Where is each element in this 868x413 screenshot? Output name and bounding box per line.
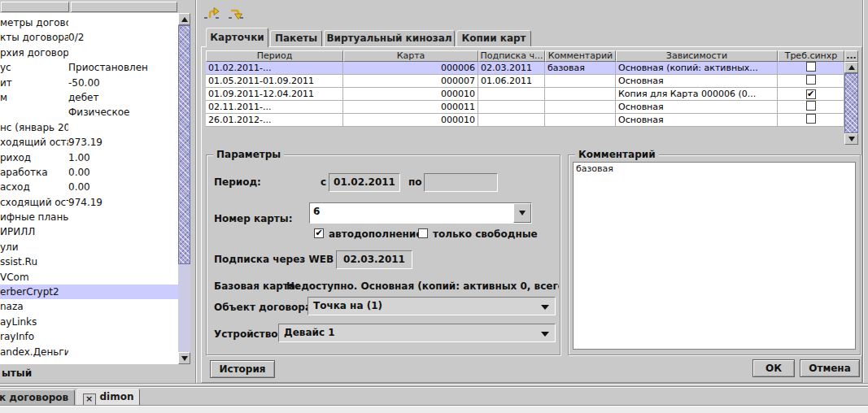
list-item[interactable]: кты договора0/2 <box>0 30 178 45</box>
list-item-label: риход <box>0 150 68 165</box>
free-only-label: только свободные <box>433 228 538 240</box>
list-item[interactable]: naza <box>0 299 178 314</box>
list-item[interactable]: ayLinks <box>0 315 178 329</box>
dropdown-arrow-icon <box>519 211 526 215</box>
parameters-group-title: Параметры <box>213 149 284 160</box>
scrollbar-track[interactable] <box>178 264 190 352</box>
list-item[interactable]: ИРИЛЛ <box>0 224 178 239</box>
cancel-button[interactable]: Отмена <box>800 359 860 377</box>
card-number-combobox[interactable]: 6 <box>309 202 532 224</box>
column-header-dependencies[interactable]: Зависимости <box>616 50 778 62</box>
cell-subscription <box>478 101 545 114</box>
list-item[interactable]: ифные планы <box>0 210 178 224</box>
list-item[interactable]: ули <box>0 240 178 254</box>
scrollbar-thumb[interactable] <box>178 25 190 264</box>
cell-dependencies: Копия для Карта 000006 (0... <box>616 88 778 101</box>
contract-object-combobox[interactable]: Точка на (1) <box>308 297 556 315</box>
document-tabbar: ск договоров ×dimon <box>0 388 868 405</box>
history-button[interactable]: История <box>210 360 275 378</box>
left-status-label: ытый <box>2 367 189 380</box>
move-down-button[interactable] <box>229 7 245 21</box>
list-item[interactable]: ит-50.00 <box>0 76 178 90</box>
list-item[interactable]: andex.Деньги <box>0 345 178 359</box>
scroll-down-button[interactable] <box>178 352 190 364</box>
curved-arrow-down-icon <box>229 7 245 21</box>
period-from-label: с <box>321 176 326 188</box>
scroll-up-button[interactable] <box>844 62 858 73</box>
table-row[interactable]: 01.02.2011-... 000006 02.03.2011 базовая… <box>206 62 844 75</box>
tab-label: Копии карт <box>461 33 526 44</box>
list-item-label: асход <box>0 180 68 194</box>
list-item[interactable]: рхия договор <box>0 46 178 60</box>
tab-virtual-cinema[interactable]: Виртуальный кинозал <box>324 30 455 46</box>
tab-contract-search[interactable]: ск договоров <box>0 389 75 405</box>
list-item[interactable]: rayInfo <box>0 329 178 344</box>
web-subscription-field[interactable]: 02.03.2011 <box>336 250 412 269</box>
app-window: метры догово кты договора0/2 рхия догово… <box>0 0 868 413</box>
list-item[interactable]: аработка0.00 <box>0 165 178 180</box>
table-row[interactable]: 01.09.2011-12.04.2011 000010 Копия для К… <box>206 88 844 101</box>
list-item[interactable]: ухгалтерия <box>0 359 178 364</box>
list-item[interactable]: усПриостановлен <box>0 60 178 75</box>
tab-dimon[interactable]: ×dimon <box>76 389 140 405</box>
move-up-button[interactable] <box>204 7 220 21</box>
table-row[interactable]: 02.11.2011-... 000011 Основная <box>206 101 844 114</box>
column-config-button[interactable]: ... <box>844 50 858 62</box>
list-item-label: ули <box>0 240 68 254</box>
list-item-label: ит <box>0 76 68 90</box>
autocomplete-checkbox[interactable]: ✔ <box>314 228 324 238</box>
list-item[interactable]: VCom <box>0 270 178 285</box>
sync-checkbox[interactable] <box>806 114 816 124</box>
card-number-value: 6 <box>313 206 320 217</box>
list-item-label: кты договора <box>0 30 68 45</box>
list-item-selected[interactable]: erberCrypt2 <box>0 285 178 299</box>
scroll-down-button[interactable] <box>844 133 858 145</box>
list-item[interactable]: асход0.00 <box>0 180 178 194</box>
sync-checkbox[interactable] <box>806 101 816 111</box>
sync-checkbox[interactable] <box>806 62 816 72</box>
period-to-field[interactable] <box>424 173 498 192</box>
device-combobox[interactable]: Девайс 1 <box>278 324 556 342</box>
list-item-label: ифные планы <box>0 210 68 224</box>
property-column-header[interactable] <box>1 2 69 12</box>
period-from-field[interactable]: 01.02.2011 <box>329 173 400 192</box>
cell-card: 000010 <box>343 88 478 101</box>
left-scrollbar[interactable] <box>178 13 190 364</box>
comment-textarea[interactable]: базовая <box>573 162 856 350</box>
tab-packages[interactable]: Пакеты <box>270 30 322 46</box>
list-item-label: erberCrypt2 <box>0 285 68 299</box>
list-item[interactable]: Физическое <box>0 105 178 120</box>
table-scrollbar[interactable] <box>844 62 858 145</box>
list-item[interactable]: ходящий остат973.19 <box>0 135 178 150</box>
column-header-card[interactable]: Карта <box>343 50 478 62</box>
list-item[interactable]: нс (январь 20: <box>0 120 178 135</box>
tab-cards[interactable]: Карточки <box>206 28 268 47</box>
cell-period: 02.11.2011-... <box>206 101 343 114</box>
table-row[interactable]: 01.05.2011-01.09.2011 000007 01.06.2011 … <box>206 75 844 88</box>
column-header-subscription[interactable]: Подписка ч... <box>478 50 545 62</box>
list-item[interactable]: риход1.00 <box>0 150 178 165</box>
column-header-period[interactable]: Период <box>206 50 343 62</box>
list-item[interactable]: мдебет <box>0 90 178 105</box>
scroll-up-button[interactable] <box>178 13 190 25</box>
curved-arrow-up-icon <box>204 7 220 21</box>
cell-comment <box>545 75 616 88</box>
column-header-sync[interactable]: Треб.синхр <box>778 50 844 62</box>
sync-checkbox-checked[interactable]: ✔ <box>806 89 816 99</box>
list-item-label: ayLinks <box>0 315 68 329</box>
ok-button[interactable]: ОК <box>752 359 795 377</box>
sync-checkbox[interactable] <box>806 75 816 85</box>
dropdown-button[interactable] <box>513 203 531 223</box>
value-column-header[interactable] <box>71 2 177 12</box>
scrollbar-thumb[interactable] <box>844 73 858 133</box>
tab-card-copies[interactable]: Копии карт <box>456 30 531 46</box>
list-item-label: naza <box>0 299 68 314</box>
tab-label: Виртуальный кинозал <box>326 33 451 44</box>
list-item[interactable]: сходящий ост:974.19 <box>0 195 178 210</box>
table-row[interactable]: 26.01.2012-... 000010 Основная <box>206 114 844 127</box>
list-item[interactable]: ssist.Ru <box>0 254 178 269</box>
list-item-label: VCom <box>0 270 68 285</box>
free-only-checkbox[interactable] <box>418 228 428 238</box>
list-item[interactable]: метры догово <box>0 15 178 30</box>
column-header-comment[interactable]: Комментарий <box>545 50 616 62</box>
